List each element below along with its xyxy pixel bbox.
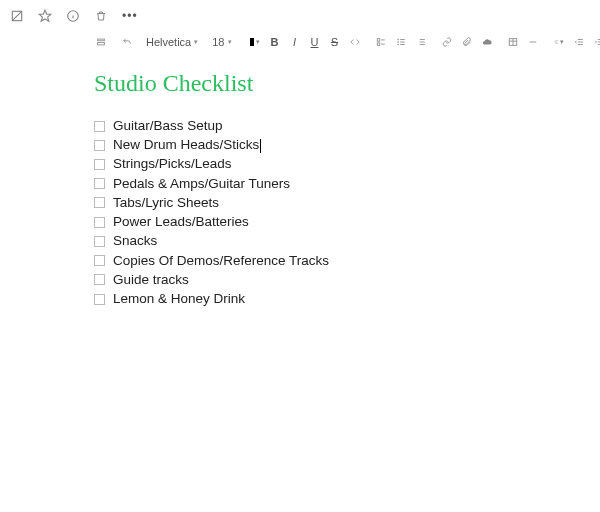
format-toolbar: Helvetica ▾ 18 ▾ ▾ B I U S ▾ — [86, 28, 600, 56]
note-title[interactable]: Studio Checklist — [94, 70, 580, 97]
trash-icon[interactable] — [94, 9, 108, 23]
table-icon[interactable] — [506, 34, 520, 50]
expand-icon[interactable] — [10, 9, 24, 23]
svg-point-14 — [397, 42, 398, 43]
svg-line-1 — [12, 11, 21, 20]
checklist-item[interactable]: Copies Of Demos/Reference Tracks — [94, 252, 580, 270]
chevron-down-icon: ▾ — [194, 38, 198, 46]
checklist-item[interactable]: New Drum Heads/Sticks — [94, 136, 580, 154]
more-actions-button[interactable]: ••• — [122, 9, 138, 23]
checklist-item[interactable]: Power Leads/Batteries — [94, 213, 580, 231]
svg-rect-7 — [98, 42, 105, 45]
text-color-picker[interactable]: ▾ — [248, 34, 262, 50]
note-content[interactable]: Studio Checklist Guitar/Bass SetupNew Dr… — [0, 56, 600, 329]
font-size-picker[interactable]: 18 ▾ — [212, 36, 231, 48]
checklist-item-label: Power Leads/Batteries — [113, 213, 249, 231]
checklist-item-label: New Drum Heads/Sticks — [113, 136, 261, 154]
checklist-item[interactable]: Guitar/Bass Setup — [94, 117, 580, 135]
checkbox[interactable] — [94, 178, 105, 189]
svg-marker-2 — [39, 10, 51, 21]
info-icon[interactable] — [66, 9, 80, 23]
italic-button[interactable]: I — [288, 34, 302, 50]
checkbox[interactable] — [94, 159, 105, 170]
indent-icon[interactable] — [592, 34, 601, 50]
svg-point-16 — [397, 44, 398, 45]
checkbox[interactable] — [94, 274, 105, 285]
svg-point-12 — [397, 39, 398, 40]
checklist-item[interactable]: Tabs/Lyric Sheets — [94, 194, 580, 212]
divider-icon[interactable] — [526, 34, 540, 50]
checklist-item[interactable]: Snacks — [94, 232, 580, 250]
checklist-item[interactable]: Pedals & Amps/Guitar Tuners — [94, 175, 580, 193]
checkbox[interactable] — [94, 217, 105, 228]
checklist-item-label: Tabs/Lyric Sheets — [113, 194, 219, 212]
underline-button[interactable]: U — [308, 34, 322, 50]
chevron-down-icon: ▾ — [560, 38, 564, 46]
code-icon[interactable] — [348, 34, 362, 50]
font-family-label: Helvetica — [146, 36, 191, 48]
svg-rect-10 — [377, 43, 380, 46]
checklist-item[interactable]: Strings/Picks/Leads — [94, 155, 580, 173]
bold-button[interactable]: B — [268, 34, 282, 50]
svg-rect-8 — [377, 39, 380, 42]
checklist-item-label: Copies Of Demos/Reference Tracks — [113, 252, 329, 270]
checklist: Guitar/Bass SetupNew Drum Heads/SticksSt… — [94, 117, 580, 308]
star-icon[interactable] — [38, 9, 52, 23]
chevron-down-icon: ▾ — [228, 38, 232, 46]
attachment-icon[interactable] — [460, 34, 474, 50]
align-icon[interactable]: ▾ — [552, 34, 566, 50]
checkbox[interactable] — [94, 255, 105, 266]
bullet-list-icon[interactable] — [394, 34, 408, 50]
checklist-item-label: Guide tracks — [113, 271, 189, 289]
link-icon[interactable] — [440, 34, 454, 50]
checkbox[interactable] — [94, 140, 105, 151]
checkbox[interactable] — [94, 236, 105, 247]
checklist-item-label: Strings/Picks/Leads — [113, 155, 232, 173]
svg-rect-6 — [98, 39, 105, 41]
checklist-item[interactable]: Guide tracks — [94, 271, 580, 289]
paragraph-style-icon[interactable] — [94, 34, 108, 50]
outdent-icon[interactable] — [572, 34, 586, 50]
checklist-item-label: Lemon & Honey Drink — [113, 290, 245, 308]
strike-button[interactable]: S — [328, 34, 342, 50]
font-family-picker[interactable]: Helvetica ▾ — [146, 36, 198, 48]
checklist-item[interactable]: Lemon & Honey Drink — [94, 290, 580, 308]
cloud-icon[interactable] — [480, 34, 494, 50]
font-size-label: 18 — [212, 36, 224, 48]
checkbox[interactable] — [94, 121, 105, 132]
checkbox[interactable] — [94, 294, 105, 305]
note-actions-bar: ••• — [0, 0, 600, 28]
checklist-item-label: Guitar/Bass Setup — [113, 117, 223, 135]
number-list-icon[interactable] — [414, 34, 428, 50]
checkbox[interactable] — [94, 197, 105, 208]
checklist-item-label: Snacks — [113, 232, 157, 250]
chevron-down-icon: ▾ — [256, 38, 260, 46]
checklist-icon[interactable] — [374, 34, 388, 50]
undo-icon[interactable] — [120, 34, 134, 50]
checklist-item-label: Pedals & Amps/Guitar Tuners — [113, 175, 290, 193]
